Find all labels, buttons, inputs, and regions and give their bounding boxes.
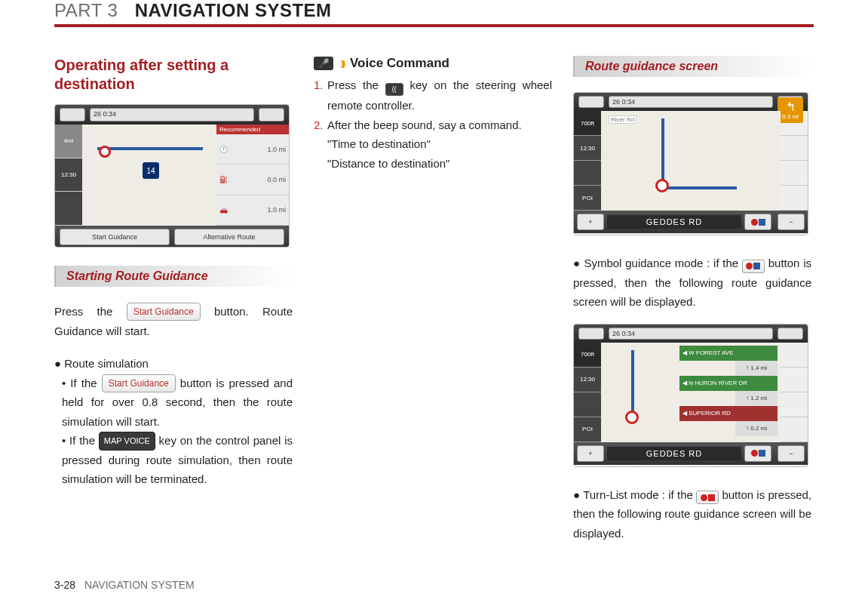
alternative-route-button: Alternative Route bbox=[174, 229, 284, 245]
dist-chip: 700ft bbox=[574, 343, 601, 368]
voice-phrase: "Distance to destination" bbox=[314, 154, 552, 174]
bullet-list: Turn-List mode : if the button is presse… bbox=[573, 485, 811, 543]
voice-steps: 1. Press the (( key on the steering whee… bbox=[314, 75, 552, 134]
time-chip: 12:30 bbox=[574, 368, 601, 392]
content-columns: Operating after setting a destination 26… bbox=[54, 56, 814, 543]
part-label: PART 3 bbox=[54, 0, 118, 20]
voice-icon: 🎤 bbox=[314, 57, 333, 70]
zoom-in-button: + bbox=[577, 445, 604, 462]
turn-list-row: ◀ W FOREST AVE bbox=[679, 346, 778, 361]
bullet-item: Symbol guidance mode : if the button is … bbox=[573, 254, 811, 312]
sub-bullet-item: If the MAP VOICE key on the control pane… bbox=[62, 431, 293, 489]
step-1: 1. Press the (( key on the steering whee… bbox=[314, 75, 552, 115]
turn-road-name: ◀ N HURON RIVER DR bbox=[679, 376, 778, 391]
highway-shield-icon: 14 bbox=[143, 162, 159, 179]
blank-chip bbox=[574, 161, 601, 186]
clock-readout: 26 0:34 bbox=[609, 328, 773, 340]
screenshot-symbol-guidance: 26 0:34 ↰0.3 mi 700ft 12:30 POI River Rd bbox=[573, 92, 808, 235]
steering-voice-key-icon: (( bbox=[385, 83, 403, 96]
turn-list-button-icon bbox=[696, 491, 719, 504]
location-pin-icon bbox=[655, 179, 669, 192]
status-chip bbox=[259, 108, 284, 122]
status-chip bbox=[778, 328, 803, 340]
voice-command-heading: 🎤 Voice Command bbox=[314, 56, 552, 71]
sub-bullet-item: If the Start Guidance button is pressed … bbox=[62, 374, 293, 432]
subsection-heading: Starting Route Guidance bbox=[54, 266, 293, 287]
turn-indicator: ↰0.3 mi bbox=[778, 97, 803, 123]
bullet-item: Route simulation bbox=[54, 354, 293, 374]
side-chip: 12:30 bbox=[55, 158, 82, 192]
turn-list-row: ◀ N HURON RIVER DR bbox=[679, 376, 778, 391]
bullet-list: Symbol guidance mode : if the button is … bbox=[573, 254, 811, 312]
turn-distance: ↑ 1.2 mi bbox=[735, 391, 778, 406]
poi-chip: POI bbox=[574, 417, 601, 442]
page-footer: 3-28 NAVIGATION SYSTEM bbox=[54, 579, 195, 591]
location-pin-icon bbox=[625, 411, 639, 424]
recommended-label: Recommended bbox=[216, 125, 289, 134]
turn-road-name: ◀ W FOREST AVE bbox=[679, 346, 778, 361]
clock-readout: 26 0:34 bbox=[90, 108, 254, 122]
subsection-heading: Route guidance screen bbox=[573, 56, 811, 77]
mode-toggle-button bbox=[744, 214, 771, 230]
page-header: PART 3 NAVIGATION SYSTEM bbox=[54, 0, 814, 27]
map-area: River Rd bbox=[601, 111, 781, 211]
page-number: 3-28 bbox=[54, 579, 75, 591]
side-chip: 4mi bbox=[55, 125, 82, 158]
symbol-mode-button-icon bbox=[742, 260, 765, 273]
zoom-in-button: + bbox=[577, 214, 604, 230]
blank-chip bbox=[574, 392, 601, 417]
mode-toggle-button bbox=[744, 445, 771, 462]
location-pin-icon bbox=[99, 146, 111, 158]
start-guidance-button: Start Guidance bbox=[60, 229, 170, 245]
compass-icon bbox=[578, 328, 604, 340]
screenshot-turn-list: 26 0:34 700ft 12:30 POI ◀ W FOREST bbox=[573, 324, 808, 467]
compass-icon bbox=[60, 108, 85, 122]
turn-list-row: ◀ SUPERIOR RD bbox=[679, 406, 778, 421]
turn-distance: ↑ 1.4 mi bbox=[735, 361, 778, 376]
column-3: Route guidance screen 26 0:34 ↰0.3 mi 70… bbox=[573, 56, 811, 543]
zoom-out-button: − bbox=[778, 214, 805, 230]
step-2: 2. After the beep sound, say a command. bbox=[314, 115, 552, 135]
dist-chip: 700ft bbox=[574, 111, 601, 136]
chapter-title: NAVIGATION SYSTEM bbox=[135, 0, 332, 20]
section-heading: Operating after setting a destination bbox=[54, 56, 293, 94]
poi-chip: POI bbox=[574, 186, 601, 211]
column-1: Operating after setting a destination 26… bbox=[54, 56, 293, 543]
start-guidance-inline-button: Start Guidance bbox=[102, 374, 176, 392]
time-chip: 12:30 bbox=[574, 136, 601, 161]
zoom-out-button: − bbox=[778, 445, 805, 462]
paragraph: Press the Start Guidance button. Route G… bbox=[54, 302, 293, 340]
column-2: 🎤 Voice Command 1. Press the (( key on t… bbox=[314, 56, 552, 543]
road-name: GEDDES RD bbox=[607, 215, 741, 229]
map-area: 14 bbox=[82, 125, 216, 226]
clock-readout: 26 0:34 bbox=[609, 96, 773, 108]
turn-road-name: ◀ SUPERIOR RD bbox=[679, 406, 778, 421]
turn-list-panel: ◀ W FOREST AVE↑ 1.4 mi◀ N HURON RIVER DR… bbox=[679, 346, 778, 436]
side-chip bbox=[55, 192, 82, 226]
compass-icon bbox=[578, 96, 604, 108]
start-guidance-inline-button: Start Guidance bbox=[127, 303, 201, 321]
bullet-list: Route simulation If the Start Guidance b… bbox=[54, 354, 293, 489]
screenshot-route-preview: 26 0:34 4mi 12:30 14 Recommended 🕐1.0 mi bbox=[54, 104, 290, 248]
bullet-item: Turn-List mode : if the button is presse… bbox=[573, 485, 811, 543]
voice-phrase: "Time to destination" bbox=[314, 134, 552, 154]
turn-distance: ↑ 0.2 mi bbox=[735, 421, 778, 436]
map-voice-inline-button: MAP VOICE bbox=[99, 432, 155, 451]
road-name: GEDDES RD bbox=[607, 447, 741, 460]
footer-section: NAVIGATION SYSTEM bbox=[84, 579, 195, 591]
